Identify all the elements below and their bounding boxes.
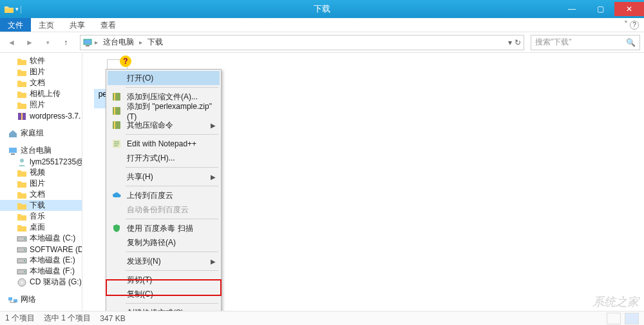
menu-item[interactable]: 使用 百度杀毒 扫描	[108, 221, 220, 235]
tab-share[interactable]: 共享	[62, 18, 93, 32]
search-placeholder: 搜索"下载"	[535, 37, 572, 48]
titlebar-left: ▾ |	[0, 0, 31, 18]
status-selected: 选中 1 个项目	[44, 313, 91, 324]
sidebar-item[interactable]: 本地磁盘 (F:)	[0, 266, 82, 277]
search-icon: 🔍	[626, 38, 636, 47]
sidebar-item-label: 相机上传	[30, 88, 61, 99]
svg-rect-21	[113, 107, 120, 115]
sidebar-item[interactable]: 本地磁盘 (C:)	[0, 233, 82, 244]
up-button[interactable]: ↑	[58, 35, 73, 50]
sidebar-item[interactable]: 图片	[0, 66, 82, 77]
menu-item-label: 自动备份到百度云	[127, 204, 189, 215]
search-input[interactable]: 搜索"下载" 🔍	[531, 35, 640, 50]
sidebar-item-label: 本地磁盘 (E:)	[30, 255, 75, 266]
shield-icon	[111, 223, 122, 233]
sidebar-item[interactable]: CD 驱动器 (G:)	[0, 277, 82, 288]
menu-item[interactable]: 其他压缩命令▶	[108, 118, 220, 132]
back-button[interactable]: ◄	[4, 35, 19, 50]
svg-rect-1	[86, 45, 90, 46]
sidebar-network[interactable]: 网络	[0, 294, 82, 305]
sidebar-item[interactable]: 本地磁盘 (E:)	[0, 255, 82, 266]
address-bar[interactable]: ▸ 这台电脑 ▸ 下载 ▾ ↻	[80, 35, 524, 50]
recent-dropdown[interactable]: ▾	[40, 35, 55, 50]
cd-icon	[17, 278, 27, 287]
sidebar-item[interactable]: 文档	[0, 189, 82, 200]
sidebar-thispc[interactable]: 这台电脑	[0, 145, 82, 156]
menu-item[interactable]: 上传到百度云	[108, 188, 220, 202]
menu-item[interactable]: 添加到 "perlexample.zip"(T)	[108, 104, 220, 118]
homegroup-icon	[8, 129, 18, 138]
zip-icon	[17, 112, 27, 121]
sidebar-item-label: 照片	[30, 99, 45, 110]
menu-item[interactable]: 发送到(N)▶	[108, 254, 220, 268]
sidebar-item[interactable]: 照片	[0, 99, 82, 110]
view-icons-button[interactable]	[625, 313, 639, 324]
chevron-right-icon[interactable]: ▸	[139, 39, 142, 46]
menu-item[interactable]: 打开方式(H)...	[108, 151, 220, 165]
sidebar-item[interactable]: 视频	[0, 167, 82, 178]
maximize-button[interactable]: ▢	[586, 2, 614, 16]
sidebar-item[interactable]: 图片	[0, 178, 82, 189]
sidebar-item[interactable]: 下载	[0, 200, 82, 211]
user-icon	[17, 157, 27, 166]
rar-icon	[111, 106, 122, 116]
menu-item[interactable]: 共享(H)▶	[108, 170, 220, 184]
tab-file[interactable]: 文件	[0, 18, 31, 32]
ribbon-expand-icon[interactable]: ˅ ?	[619, 18, 644, 32]
svg-rect-4	[9, 148, 17, 153]
main-area: 软件图片文档相机上传照片wordpress-3.7.家庭组这台电脑lym2551…	[0, 53, 644, 313]
tab-home[interactable]: 主页	[31, 18, 62, 32]
minimize-button[interactable]: —	[558, 2, 586, 16]
chevron-right-icon[interactable]: ▸	[95, 39, 98, 46]
sidebar-item[interactable]: 音乐	[0, 211, 82, 222]
svg-rect-5	[11, 153, 15, 155]
svg-point-16	[21, 281, 23, 283]
menu-item-label: 打开(O)	[127, 73, 153, 84]
svg-point-6	[20, 159, 24, 162]
pc-icon	[8, 146, 18, 155]
dropdown-icon[interactable]: ▾	[15, 6, 19, 12]
view-details-button[interactable]	[607, 313, 621, 324]
sidebar-item[interactable]: SOFTWARE (D:)	[0, 244, 82, 255]
sidebar-item[interactable]: 文档	[0, 77, 82, 88]
sidebar-homegroup[interactable]: 家庭组	[0, 128, 82, 139]
sidebar-item[interactable]: 软件	[0, 55, 82, 66]
menu-item[interactable]: 复制为路径(A)	[108, 235, 220, 250]
crumb-root[interactable]: 这台电脑	[100, 35, 137, 49]
window-title: 下载	[314, 3, 330, 15]
menu-item[interactable]: 剪切(T)	[108, 273, 220, 287]
svg-rect-20	[114, 93, 115, 101]
svg-point-12	[24, 260, 25, 261]
menu-item[interactable]: 复制(C)	[108, 287, 220, 301]
svg-rect-19	[113, 93, 120, 101]
refresh-icon[interactable]: ↻	[515, 38, 521, 47]
close-button[interactable]: ✕	[614, 2, 644, 16]
menu-item[interactable]: 打开(O)	[108, 71, 220, 85]
sidebar-item-label: SOFTWARE (D:)	[30, 245, 82, 254]
pc-icon	[83, 38, 92, 47]
menu-item[interactable]: Edit with Notepad++	[108, 137, 220, 151]
sidebar-item-label: 视频	[30, 167, 45, 178]
sidebar-item[interactable]: wordpress-3.7.	[0, 110, 82, 121]
menu-item-label: Edit with Notepad++	[127, 139, 196, 148]
sidebar-item[interactable]: 相机上传	[0, 88, 82, 99]
tab-view[interactable]: 查看	[93, 18, 124, 32]
forward-button[interactable]: ►	[22, 35, 37, 50]
menu-separator	[126, 251, 218, 252]
folder-icon	[17, 79, 27, 88]
svg-rect-23	[113, 121, 120, 129]
submenu-arrow-icon: ▶	[211, 173, 220, 181]
submenu-arrow-icon: ▶	[211, 122, 220, 129]
folder-icon	[17, 101, 27, 110]
submenu-arrow-icon: ▶	[211, 258, 220, 265]
menu-item-label: 复制(C)	[127, 289, 153, 300]
crumb-current[interactable]: 下载	[145, 35, 166, 49]
sidebar-item[interactable]: 桌面	[0, 222, 82, 233]
dropdown-icon[interactable]: ▾	[508, 38, 512, 47]
sidebar-item[interactable]: lym25517235@	[0, 156, 82, 167]
sidebar-item-label: lym25517235@	[30, 157, 82, 166]
menu-item-label: 复制为路径(A)	[127, 237, 176, 248]
status-count: 1 个项目	[5, 313, 35, 324]
menu-item-label: 上传到百度云	[127, 190, 173, 201]
nav-toolbar: ◄ ► ▾ ↑ ▸ 这台电脑 ▸ 下载 ▾ ↻ 搜索"下载" 🔍	[0, 32, 644, 53]
